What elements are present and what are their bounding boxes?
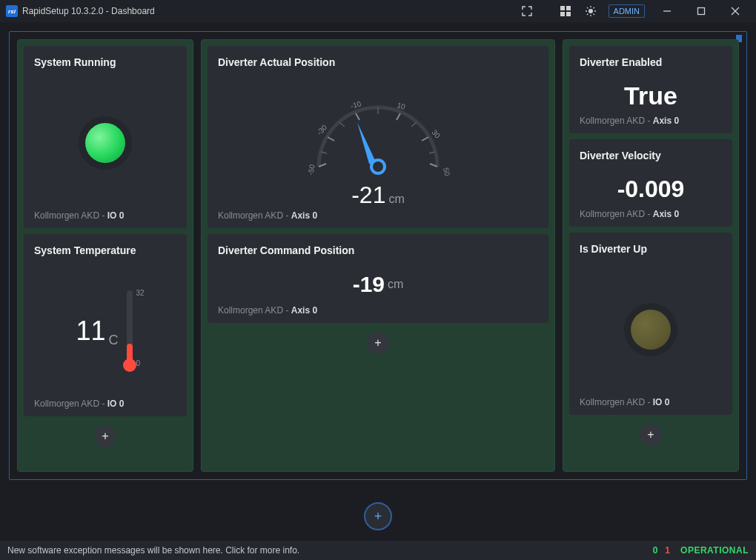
svg-line-9 — [587, 7, 588, 8]
card-title: Is Diverter Up — [580, 243, 722, 255]
card-source: Kollmorgen AKD - IO 0 — [580, 397, 722, 407]
svg-rect-2 — [560, 12, 565, 16]
svg-rect-0 — [560, 6, 565, 10]
add-card-button[interactable]: + — [94, 425, 116, 447]
card-diverter-enabled[interactable]: Diverter Enabled True Kollmorgen AKD - A… — [569, 46, 732, 133]
card-diverter-actual-position[interactable]: Diverter Actual Position — [208, 46, 548, 228]
add-row-button[interactable]: + — [364, 502, 392, 530]
svg-line-21 — [422, 137, 428, 141]
window-close-button[interactable] — [720, 0, 750, 22]
command-position-unit: cm — [388, 278, 403, 291]
card-title: System Running — [34, 56, 176, 68]
title-bar: rsi RapidSetup 10.3.2.0 - Dashboard ADMI… — [0, 0, 756, 22]
svg-line-11 — [593, 7, 594, 8]
svg-line-12 — [587, 14, 588, 15]
svg-line-10 — [593, 14, 594, 15]
status-message[interactable]: New software exception messages will be … — [7, 545, 299, 556]
dashboard-column-right: Diverter Enabled True Kollmorgen AKD - A… — [563, 39, 739, 472]
add-card-button[interactable]: + — [640, 424, 662, 446]
card-title: Diverter Actual Position — [218, 56, 538, 68]
window-title: RapidSetup 10.3.2.0 - Dashboard — [22, 6, 155, 16]
theme-sun-icon[interactable] — [580, 1, 601, 21]
add-card-button[interactable]: + — [367, 332, 389, 354]
svg-rect-3 — [566, 12, 571, 16]
gauge-unit: cm — [388, 193, 404, 205]
card-title: Diverter Command Position — [218, 244, 538, 256]
workspace: System Running Kollmorgen AKD - IO 0 Sys… — [0, 22, 756, 541]
dashboard-column-center: Diverter Actual Position — [201, 39, 555, 472]
status-bar: New software exception messages will be … — [0, 541, 756, 560]
gauge-value: -21 — [351, 181, 385, 208]
led-indicator — [580, 262, 722, 397]
card-source: Kollmorgen AKD - Axis 0 — [218, 305, 538, 316]
exit-fullscreen-icon[interactable] — [517, 1, 537, 21]
svg-line-18 — [328, 137, 334, 141]
card-source: Kollmorgen AKD - Axis 0 — [218, 210, 538, 221]
gauge-icon: -50 -30 -10 10 30 50 — [289, 78, 467, 181]
card-system-temperature[interactable]: System Temperature 11C 32 0 Kollmorgen A… — [24, 234, 187, 416]
app-logo: rsi — [6, 5, 18, 17]
led-indicator — [34, 76, 176, 210]
card-system-running[interactable]: System Running Kollmorgen AKD - IO 0 — [24, 46, 187, 228]
card-diverter-command-position[interactable]: Diverter Command Position -19cm Kollmorg… — [208, 234, 548, 323]
card-title: Diverter Velocity — [580, 150, 722, 161]
svg-point-4 — [588, 9, 593, 13]
card-title: System Temperature — [34, 244, 176, 256]
diverter-velocity-value: -0.009 — [617, 176, 685, 203]
card-source: Kollmorgen AKD - Axis 0 — [580, 116, 722, 126]
status-count-ok[interactable]: 0 — [653, 545, 658, 556]
card-source: Kollmorgen AKD - IO 0 — [34, 210, 176, 221]
status-count-error[interactable]: 1 — [665, 545, 670, 556]
svg-line-26 — [411, 122, 417, 127]
dashboard-column-left: System Running Kollmorgen AKD - IO 0 Sys… — [17, 39, 193, 472]
layout-grid-icon[interactable] — [555, 1, 576, 21]
svg-text:-50: -50 — [306, 163, 316, 176]
dashboard-board: System Running Kollmorgen AKD - IO 0 Sys… — [9, 31, 747, 480]
svg-line-19 — [356, 113, 359, 120]
card-is-diverter-up[interactable]: Is Diverter Up Kollmorgen AKD - IO 0 — [569, 233, 732, 415]
svg-line-24 — [339, 122, 345, 127]
svg-rect-14 — [698, 8, 705, 15]
card-source: Kollmorgen AKD - IO 0 — [34, 399, 176, 409]
window-maximize-button[interactable] — [686, 0, 716, 22]
window-minimize-button[interactable] — [652, 0, 682, 22]
diverter-enabled-value: True — [624, 81, 677, 110]
temperature-value: 11 — [76, 316, 105, 346]
svg-point-35 — [371, 160, 385, 173]
svg-text:50: 50 — [442, 167, 451, 177]
status-state[interactable]: OPERATIONAL — [680, 545, 749, 556]
temperature-unit: C — [109, 333, 119, 347]
card-title: Diverter Enabled — [580, 56, 722, 68]
thermometer-icon: 32 0 — [125, 290, 135, 372]
command-position-value: -19 — [353, 272, 385, 297]
card-source: Kollmorgen AKD - Axis 0 — [580, 209, 722, 219]
card-diverter-velocity[interactable]: Diverter Velocity -0.009 Kollmorgen AKD … — [569, 139, 732, 227]
svg-line-20 — [397, 113, 400, 120]
admin-badge[interactable]: ADMIN — [609, 4, 645, 18]
svg-rect-1 — [566, 6, 571, 10]
